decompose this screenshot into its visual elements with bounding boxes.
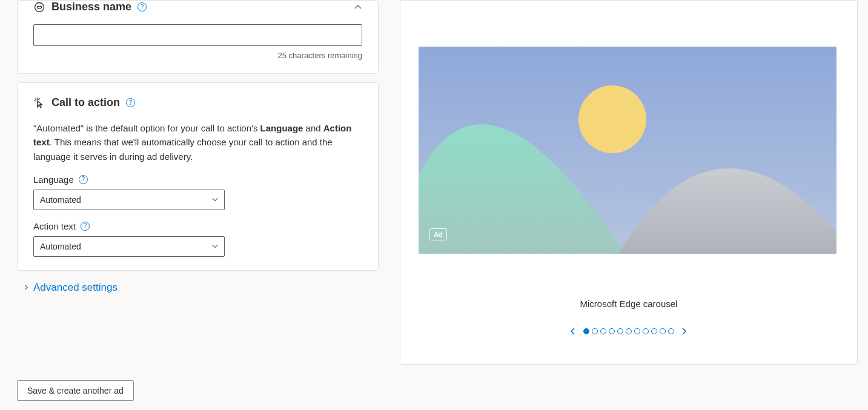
carousel-dot[interactable] xyxy=(592,328,598,334)
preview-card: Ad Microsoft Edge carousel xyxy=(400,0,858,365)
svg-point-0 xyxy=(35,2,44,12)
help-icon[interactable] xyxy=(137,2,147,12)
cta-title: Call to action xyxy=(51,96,120,109)
business-name-section: Business name 25 characters remaining xyxy=(17,0,379,74)
chevron-up-icon[interactable] xyxy=(354,3,362,12)
carousel-dot[interactable] xyxy=(643,328,649,334)
characters-remaining: 25 characters remaining xyxy=(33,51,362,60)
help-icon[interactable] xyxy=(81,222,90,231)
carousel-next-icon[interactable] xyxy=(680,327,689,336)
carousel-prev-icon[interactable] xyxy=(569,327,577,336)
action-text-label: Action text xyxy=(33,221,76,231)
business-name-header[interactable]: Business name xyxy=(33,1,362,13)
language-select[interactable]: Automated xyxy=(33,190,225,210)
action-text-label-row: Action text xyxy=(33,221,362,231)
carousel-dot[interactable] xyxy=(609,328,615,334)
advanced-settings-label: Advanced settings xyxy=(33,282,118,294)
carousel-dot[interactable] xyxy=(660,328,666,334)
ad-badge: Ad xyxy=(429,228,447,240)
call-to-action-section: Call to action "Automated" is the defaul… xyxy=(17,82,379,271)
carousel-dot[interactable] xyxy=(600,328,606,334)
business-name-input[interactable] xyxy=(33,24,362,46)
svg-line-4 xyxy=(35,98,36,99)
carousel-dot[interactable] xyxy=(617,328,623,334)
language-label: Language xyxy=(33,174,74,185)
carousel-dot[interactable] xyxy=(651,328,657,334)
chevron-right-icon xyxy=(23,284,30,291)
help-icon[interactable] xyxy=(79,175,88,184)
help-icon[interactable] xyxy=(126,98,135,107)
preview-caption: Microsoft Edge carousel xyxy=(419,299,839,309)
carousel-dot[interactable] xyxy=(583,328,589,334)
carousel-dot[interactable] xyxy=(626,328,632,334)
language-label-row: Language xyxy=(33,174,362,185)
svg-line-5 xyxy=(39,98,40,99)
cta-description: "Automated" is the default option for yo… xyxy=(33,121,362,164)
preview-image: Ad xyxy=(419,47,837,254)
svg-point-7 xyxy=(578,85,646,153)
carousel-dot[interactable] xyxy=(668,328,674,334)
advanced-settings-toggle[interactable]: Advanced settings xyxy=(23,282,379,294)
svg-rect-1 xyxy=(37,6,42,8)
action-text-select[interactable]: Automated xyxy=(33,236,225,257)
business-name-title: Business name xyxy=(51,1,131,13)
cursor-click-icon xyxy=(33,97,45,109)
cta-header: Call to action xyxy=(33,96,362,109)
carousel-dot[interactable] xyxy=(634,328,640,334)
carousel-nav xyxy=(419,327,839,336)
save-create-another-button[interactable]: Save & create another ad xyxy=(17,380,134,401)
badge-icon xyxy=(33,1,45,13)
